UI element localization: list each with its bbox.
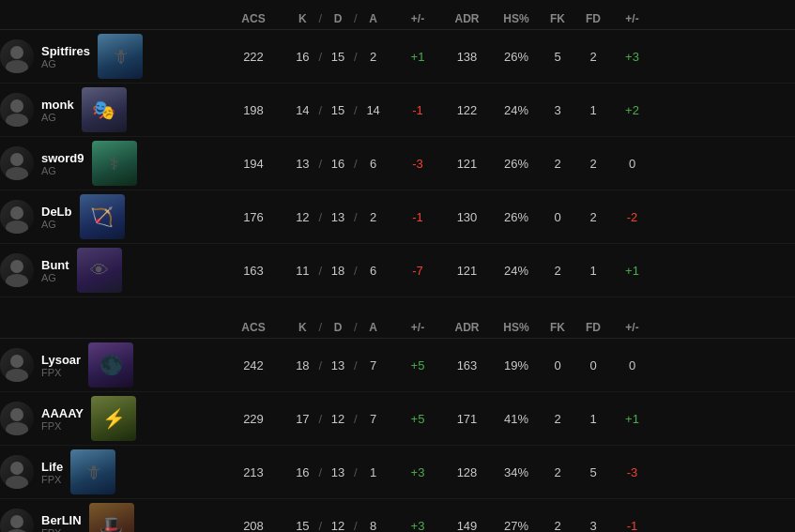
stat-a: 2: [359, 50, 388, 64]
stat-pm2: 0: [611, 358, 653, 372]
header-k: K: [288, 12, 316, 25]
stat-d: 13: [324, 358, 352, 372]
header-hs: HS%: [493, 321, 540, 334]
stats-table: ACS K / D / A +/- ADR HS% FK FD +/-: [0, 0, 795, 532]
stat-d: 18: [324, 264, 352, 278]
player-name: AAAAY: [41, 406, 84, 420]
player-team: FPX: [41, 367, 81, 378]
avatar: [0, 455, 34, 489]
stat-fk: 3: [540, 103, 575, 117]
table-row: sword9 AG ⚕ 194 13 / 16 / 6 -3: [0, 137, 795, 190]
player-info: Spitfires AG 🗡: [0, 34, 225, 79]
stat-pm: -3: [394, 157, 441, 171]
svg-point-15: [6, 476, 28, 489]
stat-pm: -7: [394, 264, 441, 278]
stat-pm2: 0: [611, 157, 653, 171]
agent-avatar: 🗡: [70, 449, 115, 494]
stat-acs: 208: [225, 519, 282, 533]
header-fd: FD: [575, 12, 611, 25]
header-acs: ACS: [225, 321, 282, 334]
stat-fd: 3: [575, 519, 611, 533]
table-row: Spitfires AG 🗡 222 16 / 15 / 2: [0, 30, 795, 84]
stat-adr: 138: [441, 50, 493, 64]
stat-k: 11: [288, 264, 316, 278]
stat-fd: 0: [575, 358, 611, 372]
player-name-block: Lysoar FPX: [41, 353, 81, 378]
player-name: monk: [41, 98, 74, 112]
player-name: DeLb: [41, 205, 72, 219]
stat-k: 12: [288, 210, 316, 224]
player-name: Bunt: [41, 258, 69, 272]
stat-fd: 5: [575, 465, 611, 479]
player-team: AG: [41, 112, 74, 123]
table-row: AAAAY FPX ⚡ 229 17 / 12 / 7 +5: [0, 392, 795, 446]
svg-point-4: [10, 153, 23, 166]
player-name-block: AAAAY FPX: [41, 406, 84, 432]
stat-hs: 41%: [493, 412, 540, 426]
header-adr: ADR: [441, 321, 493, 334]
stat-pm: +3: [394, 465, 441, 479]
player-info: BerLIN FPX 🎩: [0, 503, 225, 532]
header-a: A: [359, 12, 388, 25]
stat-adr: 171: [441, 412, 493, 426]
stat-adr: 163: [441, 358, 493, 372]
svg-point-1: [6, 60, 28, 73]
agent-avatar: 🏹: [80, 194, 125, 239]
stat-hs: 19%: [493, 358, 540, 372]
team-separator: [0, 297, 795, 316]
stat-fd: 2: [575, 157, 611, 171]
player-name-block: Spitfires AG: [41, 44, 90, 69]
player-team: AG: [41, 58, 90, 69]
stat-hs: 24%: [493, 264, 540, 278]
stat-fk: 2: [540, 264, 575, 278]
stat-a: 14: [359, 103, 388, 117]
svg-point-9: [6, 274, 28, 287]
stat-pm: +5: [394, 358, 441, 372]
header-d: D: [324, 12, 352, 25]
stat-a: 6: [359, 157, 388, 171]
stat-a: 7: [359, 412, 388, 426]
svg-point-7: [6, 220, 28, 234]
stat-pm: +5: [394, 412, 441, 426]
stat-adr: 149: [441, 519, 493, 533]
stat-hs: 26%: [493, 157, 540, 171]
svg-point-2: [10, 99, 23, 113]
header-k: K: [288, 321, 316, 334]
player-name: BerLIN: [41, 513, 82, 527]
header-fd: FD: [575, 321, 611, 334]
table-row: Lysoar FPX 🌑 242 18 / 13 / 7 +: [0, 339, 795, 392]
stat-hs: 26%: [493, 210, 540, 224]
player-name-block: DeLb AG: [41, 205, 72, 230]
stat-k: 16: [288, 50, 316, 64]
stat-fd: 2: [575, 50, 611, 64]
stat-fk: 2: [540, 465, 575, 479]
stat-pm: -1: [394, 210, 441, 224]
stat-pm2: +3: [611, 50, 653, 64]
stat-fk: 5: [540, 50, 575, 64]
svg-point-14: [10, 462, 23, 475]
header-pm2: +/-: [611, 12, 653, 25]
stat-k: 13: [288, 157, 316, 171]
header-hs: HS%: [493, 12, 540, 25]
header-adr: ADR: [441, 12, 493, 25]
stat-d: 16: [324, 157, 352, 171]
stat-fk: 0: [540, 358, 575, 372]
stat-pm2: +1: [611, 412, 653, 426]
svg-point-11: [6, 369, 28, 382]
player-info: Lysoar FPX 🌑: [0, 342, 225, 388]
stat-pm: +1: [394, 50, 441, 64]
svg-point-0: [10, 46, 23, 59]
svg-point-12: [10, 408, 23, 421]
avatar: [0, 253, 34, 287]
stat-fd: 2: [575, 210, 611, 224]
stat-pm: -1: [394, 103, 441, 117]
stat-adr: 128: [441, 465, 493, 479]
stat-acs: 176: [225, 210, 282, 224]
stat-acs: 229: [225, 412, 282, 426]
player-info: Life FPX 🗡: [0, 449, 225, 494]
stat-k: 14: [288, 103, 316, 117]
stat-a: 7: [359, 358, 388, 372]
avatar: [0, 200, 34, 234]
team-header-fxp: ACS K / D / A +/- ADR HS% FK FD +/-: [0, 316, 795, 339]
svg-point-6: [10, 206, 23, 220]
